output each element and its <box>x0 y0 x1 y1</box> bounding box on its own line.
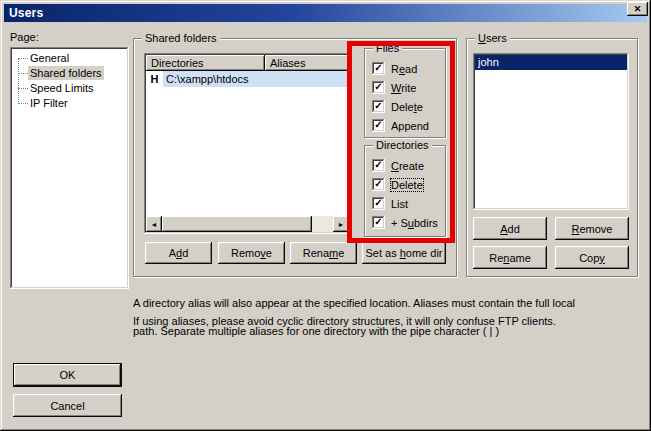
directories-group-label: Directories <box>373 139 432 151</box>
tree-item-ip-filter[interactable]: IP Filter <box>28 96 70 110</box>
scroll-left-icon: ◄ <box>151 221 158 228</box>
check-icon: ✓ <box>374 179 382 189</box>
checkbox[interactable]: ✓ <box>372 197 385 210</box>
check-icon: ✓ <box>374 217 382 227</box>
tree-line <box>18 58 19 104</box>
title-bar[interactable]: Users <box>4 4 647 22</box>
checkbox-dirs-delete[interactable]: ✓ Delete <box>372 178 423 191</box>
checkbox-files-write[interactable]: ✓ Write <box>372 81 416 94</box>
checkbox[interactable]: ✓ <box>372 119 385 132</box>
home-marker: H <box>146 71 163 87</box>
checkbox-files-append[interactable]: ✓ Append <box>372 119 429 132</box>
check-icon: ✓ <box>374 82 382 92</box>
directory-row[interactable]: H C:\xampp\htdocs <box>146 71 349 87</box>
tree-item-shared-folders[interactable]: Shared folders <box>28 66 104 80</box>
users-group-label: Users <box>475 32 510 44</box>
check-icon: ✓ <box>374 101 382 111</box>
files-group-label: Files <box>373 42 402 54</box>
scroll-right-icon: ► <box>338 221 345 228</box>
add-folder-button[interactable]: Add <box>145 242 212 264</box>
scrollbar-thumb[interactable] <box>162 216 312 232</box>
checkbox[interactable]: ✓ <box>372 62 385 75</box>
ok-button[interactable]: OK <box>13 363 122 387</box>
tree-item-general[interactable]: General <box>28 51 71 65</box>
tree-line <box>18 58 28 59</box>
checkbox[interactable]: ✓ <box>372 81 385 94</box>
tree-line <box>18 73 28 74</box>
horizontal-scrollbar[interactable]: ◄ ► <box>146 216 349 232</box>
close-icon: ✕ <box>634 4 642 14</box>
page-tree[interactable]: General Shared folders Speed Limits IP F… <box>10 47 129 289</box>
check-icon: ✓ <box>374 198 382 208</box>
tree-item-speed-limits[interactable]: Speed Limits <box>28 81 96 95</box>
check-icon: ✓ <box>374 160 382 170</box>
checkbox[interactable]: ✓ <box>372 100 385 113</box>
window-title: Users <box>4 6 43 20</box>
add-user-button[interactable]: Add <box>473 217 547 240</box>
check-icon: ✓ <box>374 63 382 73</box>
directories-list[interactable]: Directories Aliases H C:\xampp\htdocs ◄ … <box>144 53 351 234</box>
close-button[interactable]: ✕ <box>627 2 648 16</box>
users-dialog: Users ✕ Page: General Shared folders Spe… <box>0 0 651 431</box>
directory-path[interactable]: C:\xampp\htdocs <box>163 71 349 87</box>
remove-user-button[interactable]: Remove <box>555 217 629 240</box>
shared-folders-group-label: Shared folders <box>142 32 220 44</box>
tree-line <box>18 103 28 104</box>
copy-user-button[interactable]: Copy <box>555 246 629 269</box>
cancel-button[interactable]: Cancel <box>13 394 122 417</box>
checkbox-files-delete[interactable]: ✓ Delete <box>372 100 423 113</box>
checkbox-dirs-create[interactable]: ✓ Create <box>372 159 424 172</box>
checkbox-dirs-subdirs[interactable]: ✓ + Subdirs <box>372 216 438 229</box>
scroll-left-button[interactable]: ◄ <box>146 216 162 232</box>
alias-note-line2: If using aliases, please avoid cyclic di… <box>133 314 645 328</box>
checkbox-files-read[interactable]: ✓ Read <box>372 62 417 75</box>
column-header-aliases[interactable]: Aliases <box>265 55 349 71</box>
check-icon: ✓ <box>374 120 382 130</box>
set-as-home-dir-button[interactable]: Set as home dir <box>362 242 446 264</box>
column-header-directories[interactable]: Directories <box>146 55 265 71</box>
checkbox[interactable]: ✓ <box>372 216 385 229</box>
rename-folder-button[interactable]: Rename <box>290 242 357 264</box>
tree-line <box>18 88 28 89</box>
checkbox-dirs-list[interactable]: ✓ List <box>372 197 408 210</box>
checkbox[interactable]: ✓ <box>372 178 385 191</box>
users-list[interactable]: john <box>473 53 629 210</box>
user-list-item[interactable]: john <box>475 55 627 70</box>
remove-folder-button[interactable]: Remove <box>218 242 285 264</box>
checkbox[interactable]: ✓ <box>372 159 385 172</box>
scroll-right-button[interactable]: ► <box>333 216 349 232</box>
page-label: Page: <box>10 31 39 43</box>
rename-user-button[interactable]: Rename <box>473 246 547 269</box>
